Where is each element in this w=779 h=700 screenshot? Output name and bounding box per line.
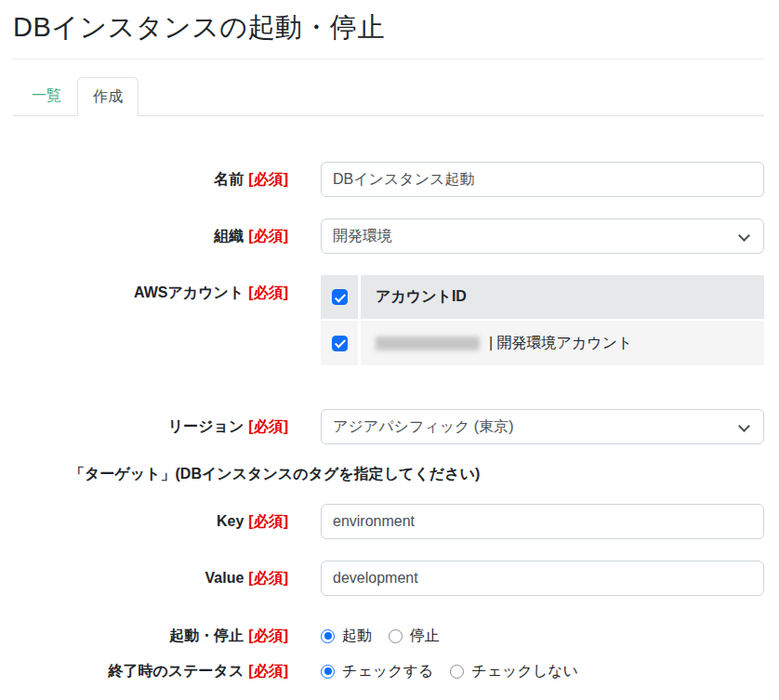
required-badge: [必須]	[248, 627, 288, 643]
organization-label: 組織[必須]	[13, 218, 288, 246]
name-row: 名前[必須]	[13, 162, 764, 197]
key-input[interactable]	[321, 504, 764, 539]
value-row: Value[必須]	[13, 561, 764, 596]
select-all-checkbox[interactable]	[332, 289, 348, 305]
start-stop-label: 起動・停止[必須]	[13, 626, 288, 646]
value-input[interactable]	[321, 561, 764, 596]
account-row: | 開発環境アカウント	[321, 321, 764, 365]
required-badge: [必須]	[248, 284, 288, 300]
stop-radio[interactable]	[389, 629, 403, 643]
check-radio[interactable]	[321, 665, 335, 679]
no-check-radio-option[interactable]: チェックしない	[450, 662, 578, 681]
required-badge: [必須]	[248, 418, 288, 434]
create-form: 名前[必須] 組織[必須] 開発環境 AWSアカウント[必須]	[13, 162, 764, 681]
account-row-label: | 開発環境アカウント	[489, 334, 632, 353]
region-select[interactable]: アジアパシフィック (東京)	[321, 409, 764, 444]
key-label: Key[必須]	[13, 504, 288, 532]
tab-bar: 一覧 作成	[13, 78, 764, 116]
check-radio-option[interactable]: チェックする	[321, 662, 433, 681]
chevron-down-icon	[738, 420, 750, 432]
aws-account-row: AWSアカウント[必須] アカウントID	[13, 275, 764, 365]
tab-create[interactable]: 作成	[77, 77, 139, 116]
organization-row: 組織[必須] 開発環境	[13, 218, 764, 254]
region-label: リージョン[必須]	[13, 409, 288, 437]
end-status-row: 終了時のステータス[必須] チェックする チェックしない	[13, 661, 764, 681]
required-badge: [必須]	[248, 228, 288, 244]
stop-radio-option[interactable]: 停止	[389, 627, 440, 646]
organization-select[interactable]: 開発環境	[321, 218, 764, 254]
account-table: アカウントID | 開発環境アカウント	[321, 275, 764, 365]
end-status-label: 終了時のステータス[必須]	[13, 661, 288, 681]
account-table-header: アカウントID	[321, 275, 764, 319]
account-id-column-header: アカウントID	[358, 275, 764, 319]
start-radio-option[interactable]: 起動	[321, 627, 372, 646]
required-badge: [必須]	[248, 171, 288, 187]
end-status-radio-group: チェックする チェックしない	[321, 662, 764, 681]
aws-account-label: AWSアカウント[必須]	[13, 275, 288, 303]
region-selected-value: アジアパシフィック (東京)	[333, 417, 513, 437]
start-radio[interactable]	[321, 629, 335, 643]
account-checkbox[interactable]	[332, 336, 348, 351]
required-badge: [必須]	[248, 570, 288, 586]
organization-selected-value: 開発環境	[333, 227, 392, 246]
key-row: Key[必須]	[13, 504, 764, 539]
title-divider	[13, 59, 764, 59]
no-check-radio[interactable]	[450, 665, 464, 679]
chevron-down-icon	[738, 230, 750, 242]
start-stop-radio-group: 起動 停止	[321, 627, 764, 646]
value-label: Value[必須]	[13, 561, 288, 588]
page: DBインスタンスの起動・停止 一覧 作成 名前[必須] 組織[必須] 開発環境	[0, 0, 779, 681]
masked-account-id	[376, 337, 480, 350]
name-label: 名前[必須]	[13, 162, 288, 190]
required-badge: [必須]	[248, 663, 288, 679]
tab-list[interactable]: 一覧	[16, 76, 77, 115]
target-section-heading: 「ターゲット」(DBインスタンスのタグを指定してください)	[70, 465, 764, 483]
start-stop-row: 起動・停止[必須] 起動 停止	[13, 626, 764, 646]
page-title: DBインスタンスの起動・停止	[13, 9, 764, 46]
region-row: リージョン[必須] アジアパシフィック (東京)	[13, 409, 764, 444]
required-badge: [必須]	[248, 513, 288, 529]
name-input[interactable]	[321, 162, 764, 197]
